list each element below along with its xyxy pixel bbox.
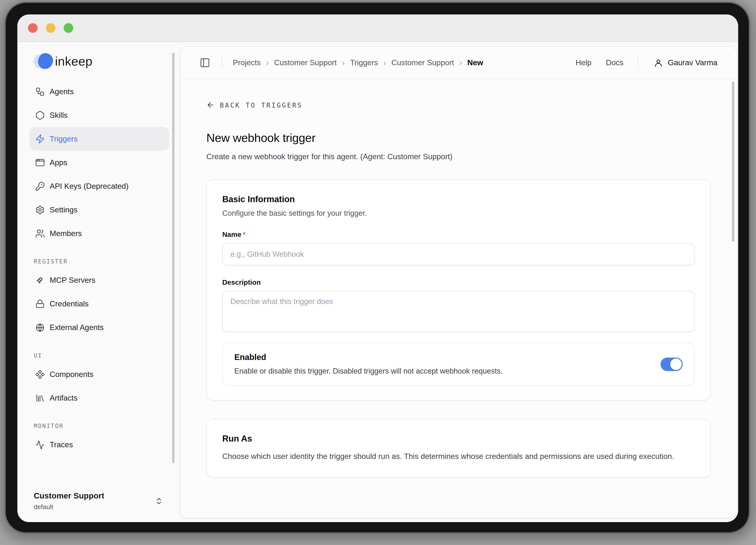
- titlebar: [17, 14, 738, 42]
- name-field-label: Name*: [222, 231, 695, 238]
- library-icon: [35, 393, 45, 403]
- zap-icon: [35, 134, 45, 144]
- screenshot-stage: inkeep Agents Skills Triggers: [0, 0, 756, 545]
- header-divider: [222, 57, 222, 68]
- close-button[interactable]: [28, 23, 38, 33]
- globe-icon: [35, 323, 45, 332]
- main-scrollbar[interactable]: [732, 82, 734, 242]
- enabled-setting: Enabled Enable or disable this trigger. …: [222, 343, 695, 386]
- sidebar-nav: Agents Skills Triggers Apps: [17, 80, 180, 457]
- gear-icon: [35, 205, 45, 214]
- name-input[interactable]: [222, 243, 695, 265]
- sidebar-item-label: MCP Servers: [50, 276, 95, 285]
- project-environment: default: [34, 503, 155, 511]
- sidebar-item-label: Artifacts: [50, 394, 78, 402]
- arrow-left-icon: [206, 101, 215, 109]
- card-description: Configure the basic settings for your tr…: [222, 209, 695, 218]
- panel-header: Projects › Customer Support › Triggers ›…: [180, 47, 737, 79]
- users-icon: [35, 228, 45, 238]
- enabled-description: Enable or disable this trigger. Disabled…: [234, 367, 649, 376]
- sidebar-item-label: Traces: [50, 440, 73, 449]
- user-menu[interactable]: Gaurav Varma: [654, 58, 717, 67]
- inkeep-logo-icon: [33, 53, 54, 69]
- chevron-separator: ›: [383, 59, 386, 67]
- description-field-label: Description: [222, 279, 695, 286]
- sidebar-item-mcp-servers[interactable]: MCP Servers: [29, 268, 169, 292]
- sidebar-item-settings[interactable]: Settings: [29, 198, 169, 221]
- activity-icon: [35, 440, 45, 449]
- sidebar-item-members[interactable]: Members: [29, 221, 169, 245]
- page-subtitle: Create a new webhook trigger for this ag…: [206, 153, 711, 161]
- workflow-icon: [35, 87, 45, 96]
- component-icon: [35, 370, 45, 379]
- sidebar-section-register: REGISTER: [34, 258, 180, 265]
- header-divider: [638, 57, 638, 69]
- back-link-label: BACK TO TRIGGERS: [220, 101, 303, 109]
- sidebar-item-agents[interactable]: Agents: [29, 80, 169, 103]
- enabled-label: Enabled: [234, 353, 649, 363]
- sidebar-toggle-icon[interactable]: [200, 57, 210, 68]
- run-as-card: Run As Choose which user identity the tr…: [206, 419, 711, 478]
- user-name: Gaurav Varma: [668, 58, 717, 67]
- breadcrumb-projects[interactable]: Projects: [233, 58, 261, 67]
- breadcrumb: Projects › Customer Support › Triggers ›…: [233, 58, 483, 67]
- sidebar-item-label: External Agents: [50, 323, 104, 332]
- key-icon: [35, 181, 45, 191]
- sidebar-item-triggers[interactable]: Triggers: [29, 127, 169, 150]
- sidebar-item-artifacts[interactable]: Artifacts: [29, 386, 169, 410]
- minimize-button[interactable]: [46, 23, 56, 33]
- project-switcher[interactable]: Customer Support default: [34, 491, 165, 511]
- docs-link[interactable]: Docs: [606, 58, 624, 67]
- sidebar-item-label: Components: [50, 370, 93, 379]
- sidebar-scrollbar[interactable]: [172, 53, 174, 463]
- sidebar-section-monitor: MONITOR: [34, 423, 180, 429]
- sidebar-item-skills[interactable]: Skills: [29, 103, 169, 127]
- run-as-description: Choose which user identity the trigger s…: [222, 450, 690, 463]
- app-body: inkeep Agents Skills Triggers: [17, 42, 738, 522]
- card-title: Run As: [222, 434, 695, 444]
- breadcrumb-customer-support-2[interactable]: Customer Support: [391, 58, 454, 67]
- sidebar-item-label: Members: [50, 229, 82, 237]
- page-title: New webhook trigger: [206, 131, 711, 145]
- hexagon-icon: [35, 110, 45, 120]
- enabled-toggle[interactable]: [661, 358, 683, 371]
- breadcrumb-customer-support[interactable]: Customer Support: [274, 58, 337, 67]
- main-panel: Projects › Customer Support › Triggers ›…: [180, 46, 737, 518]
- brand-name: inkeep: [55, 54, 93, 69]
- breadcrumb-new: New: [467, 58, 483, 67]
- app-window-icon: [35, 158, 45, 167]
- sidebar-item-components[interactable]: Components: [29, 362, 169, 386]
- required-asterisk: *: [243, 231, 246, 238]
- basic-information-card: Basic Information Configure the basic se…: [206, 180, 711, 401]
- sidebar-item-traces[interactable]: Traces: [29, 433, 169, 457]
- zoom-button[interactable]: [64, 23, 73, 33]
- sidebar-item-label: API Keys (Deprecated): [50, 182, 129, 190]
- breadcrumb-triggers[interactable]: Triggers: [350, 58, 378, 67]
- sidebar-item-apps[interactable]: Apps: [29, 150, 169, 174]
- sidebar-item-label: Triggers: [50, 134, 78, 143]
- card-title: Basic Information: [222, 195, 695, 205]
- chevron-separator: ›: [342, 59, 345, 67]
- chevron-separator: ›: [459, 59, 462, 67]
- chevron-separator: ›: [266, 59, 269, 67]
- sidebar-item-credentials[interactable]: Credentials: [29, 292, 169, 316]
- toggle-knob: [670, 359, 682, 370]
- sidebar-item-label: Agents: [50, 87, 74, 96]
- sidebar: inkeep Agents Skills Triggers: [17, 42, 180, 522]
- lock-icon: [35, 299, 45, 309]
- description-textarea[interactable]: [222, 291, 695, 332]
- sidebar-item-api-keys[interactable]: API Keys (Deprecated): [29, 174, 169, 198]
- sidebar-item-label: Credentials: [50, 300, 89, 308]
- back-to-triggers-link[interactable]: BACK TO TRIGGERS: [206, 101, 303, 109]
- help-link[interactable]: Help: [576, 58, 592, 67]
- header-right: Help Docs Gaurav Varma: [561, 57, 717, 69]
- user-icon: [654, 58, 663, 67]
- project-name: Customer Support: [34, 491, 155, 500]
- sidebar-item-external-agents[interactable]: External Agents: [29, 316, 169, 339]
- sidebar-item-label: Skills: [50, 111, 68, 119]
- sidebar-item-label: Settings: [50, 205, 78, 214]
- inkeep-logo[interactable]: inkeep: [33, 52, 180, 71]
- app-window: inkeep Agents Skills Triggers: [17, 14, 738, 522]
- sidebar-section-ui: UI: [34, 352, 180, 359]
- chevrons-up-down-icon: [155, 497, 163, 505]
